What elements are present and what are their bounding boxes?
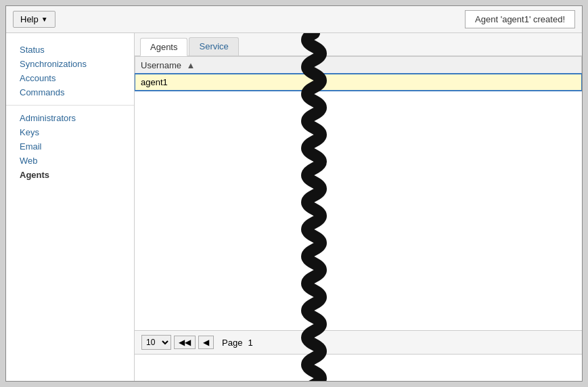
sidebar-group-1: Status Synchronizations Accounts Command…	[6, 40, 134, 106]
sidebar-item-commands[interactable]: Commands	[6, 85, 134, 99]
tab-service[interactable]: Service	[189, 37, 238, 55]
table-scroll[interactable]: Username ▲ agent1	[135, 56, 582, 330]
tab-agents[interactable]: Agents	[140, 38, 187, 56]
page-label: Page	[222, 338, 242, 348]
sidebar: Status Synchronizations Accounts Command…	[6, 33, 135, 381]
sidebar-item-status[interactable]: Status	[6, 43, 134, 57]
agents-table: Username ▲ agent1	[135, 56, 582, 91]
cell-username[interactable]: agent1	[135, 74, 582, 91]
sidebar-item-web[interactable]: Web	[6, 154, 134, 168]
help-button[interactable]: Help ▼	[13, 11, 55, 28]
selected-cell-username[interactable]: agent1	[135, 74, 581, 90]
page-content: Agents Service Username	[135, 33, 582, 381]
prev-page-button[interactable]: ◀	[198, 336, 214, 349]
column-username[interactable]: Username ▲	[135, 57, 582, 74]
main-content: Status Synchronizations Accounts Command…	[6, 33, 582, 381]
sidebar-item-keys[interactable]: Keys	[6, 125, 134, 139]
sort-arrow-username: ▲	[187, 60, 196, 70]
sidebar-item-agents[interactable]: Agents	[6, 168, 134, 182]
sidebar-item-administrators[interactable]: Administrators	[6, 111, 134, 125]
page-number: 1	[248, 338, 252, 348]
pagination-bar: 10 25 50 100 ◀◀ ◀ Page 1	[135, 330, 582, 354]
help-label: Help	[20, 14, 39, 24]
sidebar-item-synchronizations[interactable]: Synchronizations	[6, 57, 134, 71]
sidebar-group-2: Administrators Keys Email Web Agents	[6, 108, 134, 187]
sidebar-item-accounts[interactable]: Accounts	[6, 71, 134, 85]
first-page-button[interactable]: ◀◀	[174, 336, 196, 349]
top-bar: Help ▼ Agent 'agent1' created!	[6, 6, 582, 33]
notification-text: Agent 'agent1' created!	[475, 14, 565, 24]
tabs-bar: Agents Service	[135, 33, 582, 56]
sidebar-item-email[interactable]: Email	[6, 139, 134, 154]
page-size-select[interactable]: 10 25 50 100	[141, 335, 171, 350]
table-area: Username ▲ agent1	[135, 56, 582, 354]
bottom-area	[135, 354, 582, 381]
notification-box: Agent 'agent1' created!	[465, 10, 575, 28]
help-arrow: ▼	[41, 16, 48, 23]
table-row[interactable]: agent1	[135, 74, 582, 91]
